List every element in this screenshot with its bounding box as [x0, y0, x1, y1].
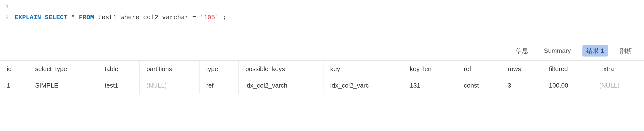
code-line-1: 1 [0, 3, 644, 12]
col-header-rows: rows [501, 61, 542, 78]
cell-possible-keys: idx_col2_varch [238, 78, 323, 94]
cell-key-len: 131 [403, 78, 457, 94]
col-header-id: id [0, 61, 28, 78]
keyword-select: SELECT [45, 14, 71, 21]
col-header-table: table [98, 61, 140, 78]
info-button[interactable]: 信息 [512, 45, 532, 56]
col-header-type: type [199, 61, 238, 78]
summary-button[interactable]: Summary [540, 46, 575, 56]
result-button[interactable]: 结果 1 [582, 45, 608, 56]
cell-type: ref [199, 78, 238, 94]
cell-table: test1 [98, 78, 140, 94]
cell-partitions: (NULL) [140, 78, 199, 94]
cell-ref: const [457, 78, 501, 94]
code-asterisk: * [71, 14, 79, 21]
cell-select-type: SIMPLE [28, 78, 98, 94]
col-header-select-type: select_type [28, 61, 98, 78]
col-header-ref: ref [457, 61, 501, 78]
cell-filtered: 100.00 [542, 78, 592, 94]
cell-id: 1 [0, 78, 28, 94]
code-editor[interactable]: 1 2 EXPLAIN SELECT * FROM test1 where co… [0, 0, 644, 41]
line-number-1: 1 [0, 4, 14, 10]
table-row: 1 SIMPLE test1 (NULL) ref idx_col2_varch… [0, 78, 644, 94]
table-header-row: id select_type table partitions type pos… [0, 61, 644, 78]
col-header-filtered: filtered [542, 61, 592, 78]
code-string-value: '105' [200, 14, 219, 21]
cell-key: idx_col2_varc [323, 78, 403, 94]
keyword-from: FROM [79, 14, 98, 21]
analyze-button[interactable]: 剖析 [616, 45, 636, 56]
col-header-key-len: key_len [403, 61, 457, 78]
code-content-2: EXPLAIN SELECT * FROM test1 where col2_v… [14, 12, 226, 23]
col-header-key: key [323, 61, 403, 78]
results-table-container: id select_type table partitions type pos… [0, 61, 644, 94]
code-line-2: 2 EXPLAIN SELECT * FROM test1 where col2… [0, 12, 644, 24]
col-header-possible-keys: possible_keys [238, 61, 323, 78]
cell-extra: (NULL) [592, 78, 644, 94]
col-header-extra: Extra [592, 61, 644, 78]
results-toolbar: 信息 Summary 结果 1 剖析 [0, 41, 644, 61]
col-header-partitions: partitions [140, 61, 199, 78]
results-table: id select_type table partitions type pos… [0, 61, 644, 94]
code-table-name: test1 where col2_varchar = [98, 14, 200, 21]
keyword-explain: EXPLAIN [14, 14, 45, 21]
code-semicolon: ; [222, 14, 226, 21]
cell-rows: 3 [501, 78, 542, 94]
line-number-2: 2 [0, 15, 14, 21]
